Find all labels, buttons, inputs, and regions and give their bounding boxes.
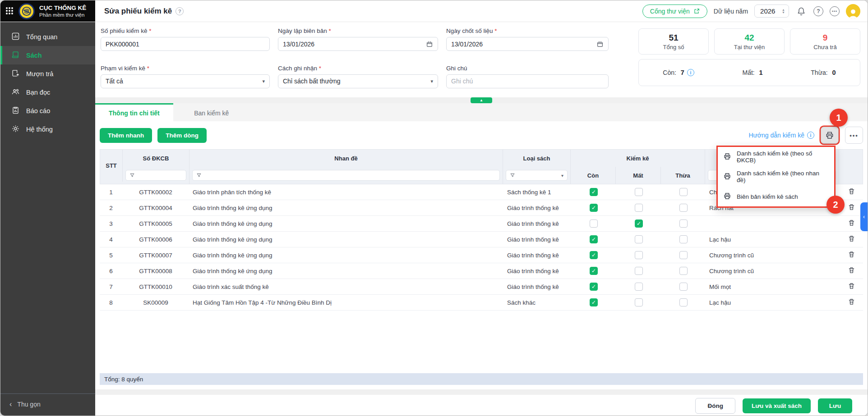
sidebar-item-3[interactable]: Bạn đọc <box>0 83 95 101</box>
print-menu-item-2[interactable]: Biên bản kiểm kê sách <box>718 187 834 206</box>
delete-row-button[interactable] <box>843 203 859 212</box>
col-so-dkcb: Số ĐKCB <box>123 150 189 167</box>
sidebar-item-0[interactable]: Tổng quan <box>0 27 95 46</box>
sidebar-item-5[interactable]: Hệ thống <box>0 120 95 138</box>
cell-category: Giáo trình thống kê <box>503 279 571 294</box>
thua-checkbox[interactable] <box>679 204 688 212</box>
app-subtitle: Phần mềm thư viện <box>39 12 86 18</box>
col-kiem-ke: Kiểm kê <box>571 150 705 167</box>
con-checkbox[interactable]: ✓ <box>590 267 598 275</box>
summary-item: Thừa: 0 <box>811 69 836 76</box>
mat-checkbox[interactable] <box>635 188 643 196</box>
title-filter-input[interactable] <box>192 170 500 181</box>
con-checkbox[interactable]: ✓ <box>590 251 598 259</box>
inventory-form: Số phiếu kiểm kê * PKK000001 Ngày lập bi… <box>95 22 868 97</box>
cell-category: Sách khác <box>503 295 571 310</box>
inventory-guide-link[interactable]: Hướng dẫn kiểm kêi <box>748 132 814 139</box>
thua-checkbox[interactable] <box>679 235 688 243</box>
calendar-icon[interactable] <box>596 41 604 48</box>
con-checkbox[interactable]: ✓ <box>590 283 598 291</box>
close-button[interactable]: Đóng <box>695 398 735 414</box>
sidebar-item-1[interactable]: Sách <box>0 46 95 64</box>
thua-checkbox[interactable] <box>679 188 688 196</box>
mat-checkbox[interactable] <box>635 235 643 243</box>
delete-row-button[interactable] <box>843 187 859 197</box>
print-button[interactable] <box>821 127 839 144</box>
thua-checkbox[interactable] <box>679 219 688 228</box>
code-filter-input[interactable] <box>125 170 186 181</box>
user-avatar[interactable] <box>846 4 860 18</box>
thua-checkbox[interactable] <box>679 267 688 275</box>
cell-stt: 2 <box>100 200 122 215</box>
filter-icon <box>510 173 515 178</box>
scope-select[interactable]: Tất cả ▾ <box>101 74 270 88</box>
add-quick-button[interactable]: Thêm nhanh <box>100 128 152 143</box>
delete-row-button[interactable] <box>843 235 859 244</box>
print-menu-item-0[interactable]: Danh sách kiểm kê (theo số ĐKCB) <box>718 147 834 167</box>
delete-row-button[interactable] <box>843 251 859 260</box>
method-select[interactable]: Chỉ sách bất thường ▾ <box>278 74 438 88</box>
footer-actions: Đóng Lưu và xuất sách Lưu <box>95 395 868 416</box>
inventory-summary-card: Còn: 7iMất: 1Thừa: 0 <box>638 59 860 86</box>
cell-code: GTTK00007 <box>122 247 189 263</box>
collapse-form-button[interactable]: ▲ <box>471 97 492 103</box>
thua-checkbox[interactable] <box>679 251 688 259</box>
stat-card-0: 51 Tổng số <box>638 28 709 55</box>
info-icon[interactable]: i <box>687 69 694 76</box>
save-button[interactable]: Lưu <box>818 398 852 413</box>
delete-row-button[interactable] <box>843 282 859 291</box>
category-filter-select[interactable]: ▾ <box>506 170 568 181</box>
con-checkbox[interactable]: ✓ <box>590 235 598 243</box>
mat-checkbox[interactable] <box>635 204 643 212</box>
library-portal-button[interactable]: Cổng thư viện <box>642 5 707 18</box>
con-checkbox[interactable] <box>590 219 598 228</box>
print-menu-item-1[interactable]: Danh sách kiểm kê (theo nhan đề) <box>718 167 834 187</box>
year-spinner-arrows[interactable]: ▲▼ <box>782 9 785 14</box>
code-input[interactable]: PKK000001 <box>101 37 270 51</box>
mat-checkbox[interactable] <box>635 283 643 291</box>
save-and-export-button[interactable]: Lưu và xuất sách <box>743 398 811 413</box>
col-nhan-de: Nhan đề <box>189 150 503 167</box>
add-row-button[interactable]: Thêm dòng <box>157 128 207 143</box>
mat-checkbox[interactable] <box>635 298 643 306</box>
org-logo <box>18 3 35 19</box>
cell-category: Giáo trình thống kê <box>503 200 571 215</box>
stat-value: 51 <box>669 33 678 43</box>
mat-checkbox[interactable] <box>635 251 643 259</box>
sidebar-item-label: Sách <box>26 52 42 59</box>
trash-icon <box>848 235 855 244</box>
tab-1[interactable]: Ban kiểm kê <box>173 103 250 121</box>
more-actions-button[interactable]: ••• <box>845 127 863 144</box>
page-help-icon[interactable]: ? <box>175 7 184 15</box>
cell-stt: 4 <box>100 232 122 247</box>
app-grid-icon[interactable] <box>6 7 14 15</box>
sidebar-item-2[interactable]: Mượn trả <box>0 64 95 83</box>
more-options-icon[interactable]: ⋯ <box>830 6 840 16</box>
logo-emblem-icon <box>22 6 32 16</box>
data-year-stepper[interactable]: 2026 ▲▼ <box>754 5 789 18</box>
con-checkbox[interactable]: ✓ <box>590 298 598 306</box>
date-closed-input[interactable]: 13/01/2026 <box>446 37 609 51</box>
sidebar-collapse-button[interactable]: ‹ Thu gọn <box>0 393 95 416</box>
notifications-bell-icon[interactable] <box>795 5 807 17</box>
delete-row-button[interactable] <box>843 298 859 307</box>
note-input[interactable]: Ghi chú <box>446 74 609 88</box>
help-icon[interactable]: ? <box>813 6 823 16</box>
calendar-icon[interactable] <box>426 41 433 48</box>
delete-row-button[interactable] <box>843 266 859 275</box>
sidebar-item-4[interactable]: Báo cáo <box>0 101 95 120</box>
thua-checkbox[interactable] <box>679 298 688 306</box>
thua-checkbox[interactable] <box>679 283 688 291</box>
mat-checkbox[interactable]: ✓ <box>635 219 643 228</box>
date-created-input[interactable]: 13/01/2026 <box>278 37 438 51</box>
cell-code: GTTK00006 <box>122 232 189 247</box>
cell-condition: Lạc hậu <box>706 295 840 310</box>
chevron-down-icon: ▾ <box>262 78 265 84</box>
mat-checkbox[interactable] <box>635 267 643 275</box>
side-panel-expand-button[interactable]: ‹ <box>860 202 868 231</box>
con-checkbox[interactable]: ✓ <box>590 188 598 196</box>
filter-actions <box>839 167 863 184</box>
con-checkbox[interactable]: ✓ <box>590 204 598 212</box>
tab-0[interactable]: Thông tin chi tiết <box>95 103 173 121</box>
delete-row-button[interactable] <box>843 219 859 228</box>
